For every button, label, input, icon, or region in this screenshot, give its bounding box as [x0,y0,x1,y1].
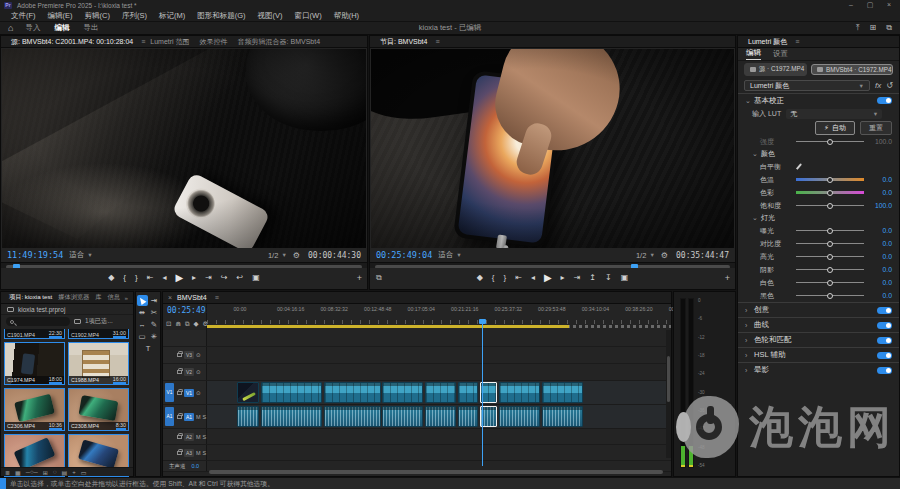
step-back-icon[interactable]: ◂ [531,274,535,282]
section-toggle[interactable] [877,322,892,329]
section-toggle[interactable] [877,97,892,104]
menu-item[interactable]: 编辑(E) [43,11,78,21]
eyedropper-icon[interactable] [796,163,803,170]
step-forward-icon[interactable]: ▸ [561,274,565,282]
rectangle-tool[interactable]: ▭ [137,331,148,342]
reset-effect-icon[interactable]: ↺ [886,81,893,90]
slider-thumb[interactable] [827,254,833,260]
project-panel-tab[interactable]: 项目: kioxia test [6,293,55,302]
video-clip[interactable] [458,382,478,403]
minimize-icon[interactable]: – [844,0,858,10]
video-clip[interactable] [499,382,540,403]
track-lane[interactable] [207,429,671,444]
audio-clip[interactable] [542,406,584,427]
track-lane[interactable] [207,347,671,363]
overwrite-icon[interactable]: ↩ [237,274,244,282]
lumetri-section[interactable]: ›创意 [738,302,899,317]
lock-icon[interactable] [177,415,182,419]
add-marker-icon[interactable]: ◆ [108,274,114,282]
slider-value[interactable]: 0.0 [870,279,892,286]
close-icon[interactable]: × [882,0,896,10]
source-patch[interactable]: A1 [165,407,174,425]
track-lane[interactable] [207,445,671,460]
mark-in-icon[interactable]: { [123,274,126,282]
playback-resolution-dropdown[interactable]: 1/2▼ [636,251,655,260]
section-toggle[interactable] [877,352,892,359]
slider-thumb[interactable] [827,228,833,234]
solo-icon[interactable]: S [203,450,207,456]
panel-menu-icon[interactable]: ≡ [435,38,439,45]
panel-menu-icon[interactable]: ≡ [215,294,219,301]
track-target-badge[interactable]: V3 [184,351,194,359]
effect-dropdown[interactable]: Lumetri 颜色▼ [744,80,870,91]
zoom-level-dropdown[interactable]: 适合▼ [69,250,92,260]
menu-item[interactable]: 图形和标题(G) [192,11,250,21]
ripple-edit-tool[interactable]: ⇹ [137,307,148,318]
slider-track[interactable] [796,191,864,194]
slider-value[interactable]: 100.0 [870,202,892,209]
source-video-frame[interactable] [2,49,366,248]
project-panel-tab[interactable]: 信息 [104,293,122,302]
mute-icon[interactable]: M [196,434,201,440]
basic-correction-header[interactable]: ⌄基本校正 [738,93,899,107]
section-toggle[interactable] [877,367,892,374]
maximize-icon[interactable]: ▢ [863,0,877,10]
program-timecode[interactable]: 00:25:49:04 [376,250,432,260]
fx-badge-icon[interactable]: fx [875,81,881,90]
go-to-in-icon[interactable]: ⇤ [147,274,154,282]
slider-value[interactable]: 100.0 [870,138,892,145]
reset-button[interactable]: 重置 [860,121,892,135]
vertical-scrollbar[interactable] [666,330,671,458]
workspaces-icon[interactable]: ⊞ [870,23,877,33]
lock-icon[interactable] [177,391,182,395]
video-clip[interactable] [542,382,584,403]
track-lane[interactable] [207,364,671,380]
menu-item[interactable]: 标记(M) [154,11,190,21]
lock-icon[interactable] [177,353,182,357]
slider-thumb[interactable] [827,293,833,299]
project-item[interactable]: C2308.MP48:30 [68,388,129,431]
source-patch[interactable] [165,447,174,459]
automate-to-sequence-icon[interactable]: ⊞ [43,469,48,476]
source-panel-tab[interactable]: 音频剪辑混合器: BMVSbt4 [233,37,325,47]
lock-icon[interactable] [177,435,182,439]
slider-track[interactable] [796,256,864,257]
slider-value[interactable]: 0.0 [870,240,892,247]
video-clip[interactable] [382,382,423,403]
project-item-partial[interactable]: C1901.MP422:30 [4,329,65,339]
track-target-badge[interactable]: V2 [184,368,194,376]
mute-icon[interactable]: M [196,414,201,420]
go-to-out-icon[interactable]: ⇥ [205,274,212,282]
slider-thumb[interactable] [827,280,833,286]
snap-icon[interactable]: ⋒ [175,320,180,328]
project-item[interactable]: C2306.MP410:36 [4,388,65,431]
slider-track[interactable] [796,269,864,270]
auto-button[interactable]: ⚡自动 [815,121,855,135]
comparison-view-icon[interactable]: ⧉ [376,273,382,283]
solo-icon[interactable]: S [203,434,207,440]
export-frame-icon[interactable]: ▣ [252,274,260,282]
settings-wrench-icon[interactable]: ⚙ [661,251,668,260]
slider-thumb[interactable] [827,203,833,209]
sequence-tab[interactable]: BMVSbt4 [172,294,212,301]
track-lane[interactable] [207,381,671,404]
slider-value[interactable]: 0.0 [870,189,892,196]
source-timecode[interactable]: 11:49:19:54 [7,250,63,260]
razor-tool[interactable]: ✂ [149,307,160,318]
audio-clip[interactable] [382,406,423,427]
slider-value[interactable]: 0.0 [870,227,892,234]
input-lut-dropdown[interactable]: 无▼ [786,109,882,119]
extract-icon[interactable]: ↧ [605,274,612,282]
solo-icon[interactable]: S [203,414,207,420]
mute-icon[interactable]: M [196,450,201,456]
play-icon[interactable]: ▶ [544,273,552,283]
lumetri-section[interactable]: ›晕影 [738,362,899,377]
new-item-icon[interactable]: + [72,469,76,475]
panel-menu-icon[interactable]: ≡ [795,38,799,45]
track-output-eye-icon[interactable]: ⊙ [196,390,201,396]
slider-thumb[interactable] [827,267,833,273]
color-group-header[interactable]: ⌄颜色 [738,148,899,160]
add-marker-icon[interactable]: ◆ [477,274,483,282]
zoom-slider-icon[interactable]: ─○─ [26,469,38,475]
track-lane[interactable] [207,330,671,346]
